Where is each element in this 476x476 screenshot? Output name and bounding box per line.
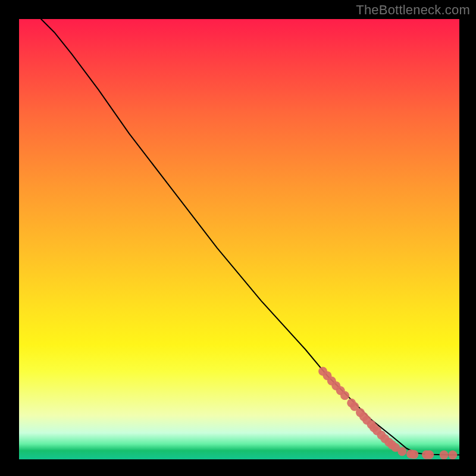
highlighted-data-points [318,367,457,460]
plot-area [19,19,459,459]
data-point [425,450,434,459]
data-point [340,391,349,400]
data-point [448,450,457,459]
plot-overlay [19,19,459,459]
watermark-text: TheBottleneck.com [356,2,470,18]
chart-frame: TheBottleneck.com [0,0,476,476]
bottleneck-curve [41,19,459,455]
data-point [440,450,449,459]
data-point [397,447,406,456]
data-point [409,450,418,459]
